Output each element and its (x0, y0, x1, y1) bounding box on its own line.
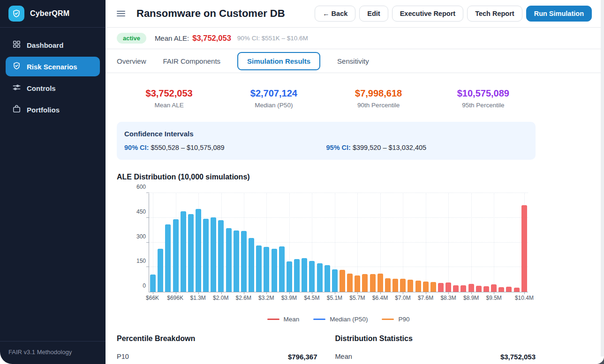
histogram-bar (355, 275, 360, 292)
statistic-row-label: Mean (335, 353, 352, 361)
x-axis-tick (289, 292, 290, 294)
histogram-bar (226, 228, 232, 292)
histogram-bar-slot (278, 193, 286, 292)
sidebar-item-dashboard[interactable]: Dashboard (6, 35, 100, 55)
histogram-bar-slot (240, 193, 248, 292)
histogram-bar-slot (452, 193, 460, 292)
histogram-bar (188, 214, 194, 292)
ci-90: 90% CI:$550,528 – $10,575,089 (124, 144, 326, 151)
tab-overview[interactable]: Overview (117, 53, 146, 69)
x-axis-tick (266, 292, 267, 294)
app-name: CyberQRM (30, 9, 69, 18)
x-tick-label: $2.0M (213, 295, 228, 301)
histogram-bar (241, 231, 247, 292)
content-area: $3,752,053 Mean ALE $2,707,124 Median (P… (106, 88, 604, 361)
x-tick-label: $66K (146, 295, 159, 301)
histogram-bar (347, 274, 353, 292)
histogram-bar-slot (225, 193, 233, 292)
menu-icon[interactable] (117, 11, 125, 16)
histogram-bar (498, 287, 504, 292)
stat-p90: $7,998,618 90th Percentile (326, 88, 431, 109)
histogram-bar (445, 282, 451, 292)
stat-label: 95th Percentile (431, 102, 536, 109)
x-tick-label: $10.4M (515, 295, 534, 301)
x-tick-label: $3.2M (258, 295, 274, 301)
x-axis-tick (244, 292, 244, 294)
x-axis-tick (176, 292, 176, 294)
histogram-bar (476, 286, 482, 292)
histogram-bar-slot (164, 193, 172, 292)
x-tick-label: $5.1M (327, 295, 342, 301)
x-axis-tick (221, 292, 222, 294)
histogram-bar-slot (187, 193, 195, 292)
tab-simulation-results[interactable]: Simulation Results (237, 52, 320, 70)
legend-label: Median (P50) (330, 316, 368, 323)
app-root: CyberQRM Dashboard Risk Scenarios Contro… (0, 0, 604, 364)
stats-row: $3,752,053 Mean ALE $2,707,124 Median (P… (117, 88, 536, 109)
histogram-bar (181, 211, 186, 292)
tech-report-button[interactable]: Tech Report (467, 6, 522, 22)
histogram-bar-slot (468, 193, 475, 292)
histogram-bar-slot (263, 193, 270, 292)
legend-item: Mean (267, 316, 300, 323)
histogram-bar (393, 279, 398, 292)
histogram-bar-slot (271, 193, 278, 292)
x-tick-label: $1.3M (190, 295, 205, 301)
histogram-bar (287, 261, 292, 292)
legend-item: Median (P50) (313, 316, 368, 323)
histogram-bar (325, 265, 330, 292)
histogram-bar-slot (217, 193, 225, 292)
sidebar-item-label: Risk Scenarios (27, 63, 77, 71)
statistic-row-value: $3,752,053 (500, 353, 536, 361)
run-simulation-button[interactable]: Run Simulation (526, 6, 592, 22)
histogram-bar-slot (346, 193, 354, 292)
x-axis-tick (426, 292, 426, 294)
chart-plot-area: 0150300450600 (149, 193, 528, 292)
status-badge: active (117, 33, 146, 44)
x-tick-label: $8.9M (463, 295, 479, 301)
histogram-bar-slot (255, 193, 263, 292)
histogram-bar (385, 278, 391, 292)
x-axis-tick (357, 292, 358, 294)
histogram-bar-slot (172, 193, 179, 292)
histogram-bar-slot (248, 193, 255, 292)
scrollbar[interactable] (601, 0, 604, 357)
ci-95-label: 95% CI: (326, 144, 351, 151)
histogram-bar-slot (354, 193, 361, 292)
histogram-bar (423, 282, 429, 292)
executive-report-button[interactable]: Executive Report (392, 6, 463, 22)
sidebar-item-portfolios[interactable]: Portfolios (6, 100, 100, 119)
histogram-bar-slot (195, 193, 202, 292)
histogram-bar-slot (301, 193, 308, 292)
stat-median: $2,707,124 Median (P50) (221, 88, 326, 109)
x-axis-tick (312, 292, 312, 294)
app-logo: CyberQRM (0, 0, 106, 28)
x-axis-tick (471, 292, 472, 294)
stat-label: Mean ALE (117, 102, 221, 109)
tab-sensitivity[interactable]: Sensitivity (337, 53, 369, 69)
logo-shield-icon (8, 6, 24, 22)
histogram-bar (491, 284, 497, 292)
histogram-bar-slot (521, 193, 528, 292)
histogram-bar-slot (324, 193, 331, 292)
sidebar: CyberQRM Dashboard Risk Scenarios Contro… (0, 0, 106, 364)
stat-value: $10,575,089 (431, 88, 536, 99)
sliders-icon (12, 83, 21, 93)
grid-icon (12, 40, 21, 50)
back-button[interactable]: ← Back (315, 6, 355, 22)
x-tick-label: $7.6M (418, 295, 433, 301)
sidebar-item-risk-scenarios[interactable]: Risk Scenarios (6, 57, 100, 76)
histogram-bar-slot (430, 193, 437, 292)
histogram-bar-slot (490, 193, 498, 292)
histogram-bar-slot (210, 193, 217, 292)
y-tick-label: 300 (121, 233, 146, 240)
tab-fair-components[interactable]: FAIR Components (163, 53, 221, 69)
x-axis-tick (153, 292, 153, 294)
edit-button[interactable]: Edit (359, 6, 388, 22)
histogram-bar (332, 269, 338, 292)
sidebar-item-controls[interactable]: Controls (6, 78, 100, 98)
histogram-bar (483, 286, 489, 292)
histogram-bar (203, 219, 209, 292)
histogram-bar-slot (293, 193, 301, 292)
histogram-bar (256, 245, 262, 292)
